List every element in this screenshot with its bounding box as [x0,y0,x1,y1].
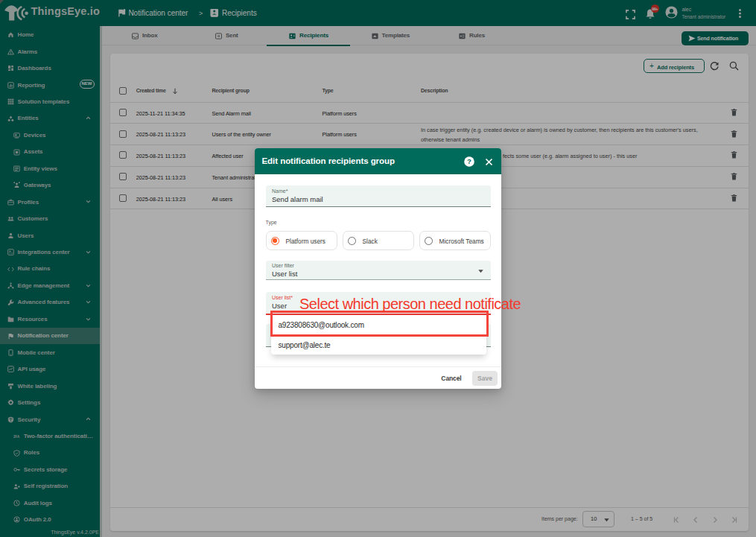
svg-text:?: ? [467,157,471,165]
